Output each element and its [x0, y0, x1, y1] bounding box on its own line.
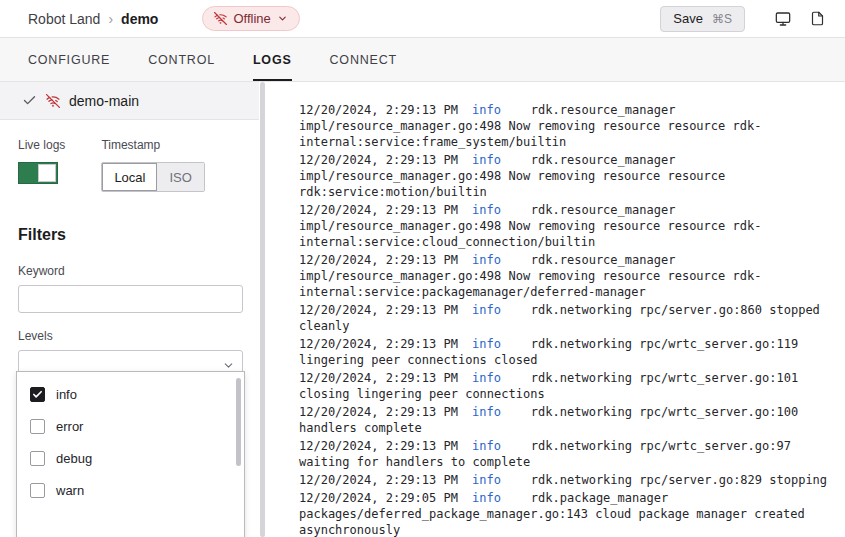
level-option-warn[interactable]: warn [17, 474, 244, 506]
tab-bar: CONFIGURECONTROLLOGSCONNECT [0, 38, 845, 82]
keyword-field: Keyword [18, 264, 243, 313]
log-controls: Live logs Timestamp Local ISO [18, 138, 243, 192]
log-level: info [472, 203, 501, 217]
wifi-off-icon [46, 94, 60, 108]
log-entry: 12/20/2024, 2:29:13 PMinfordk.networking… [299, 336, 841, 368]
log-entry: 12/20/2024, 2:29:13 PMinfordk.resource_m… [299, 102, 841, 150]
status-label: Offline [233, 11, 270, 26]
live-logs-toggle[interactable] [18, 162, 58, 184]
content-area: demo-main Live logs Timestamp Local I [0, 82, 845, 537]
log-entry: 12/20/2024, 2:29:13 PMinfordk.networking… [299, 404, 841, 436]
save-button[interactable]: Save ⌘S [660, 6, 745, 32]
wifi-off-icon [214, 12, 227, 25]
monitor-button[interactable] [769, 6, 797, 32]
save-shortcut: ⌘S [712, 12, 732, 26]
log-timestamp: 12/20/2024, 2:29:13 PM [299, 253, 458, 267]
file-icon [810, 11, 825, 26]
log-entry: 12/20/2024, 2:29:05 PMinfordk.package_ma… [299, 490, 841, 537]
log-entry: 12/20/2024, 2:29:13 PMinfordk.networking… [299, 472, 841, 488]
chevron-down-icon [277, 13, 288, 24]
log-timestamp: 12/20/2024, 2:29:13 PM [299, 473, 458, 487]
log-timestamp: 12/20/2024, 2:29:13 PM [299, 103, 458, 117]
log-level: info [472, 473, 501, 487]
timestamp-local-button[interactable]: Local [102, 163, 157, 191]
log-timestamp: 12/20/2024, 2:29:13 PM [299, 203, 458, 217]
level-option-error[interactable]: error [17, 410, 244, 442]
keyword-input[interactable] [18, 285, 243, 313]
top-bar: Robot Land › demo Offline Save ⌘S [0, 0, 845, 38]
log-timestamp: 12/20/2024, 2:29:13 PM [299, 153, 458, 167]
timestamp-segmented-control: Local ISO [101, 162, 204, 192]
part-name: demo-main [69, 93, 139, 109]
checkbox-icon [30, 483, 45, 498]
log-entry: 12/20/2024, 2:29:13 PMinfordk.resource_m… [299, 202, 841, 250]
save-label: Save [673, 11, 703, 26]
machine-page: Robot Land › demo Offline Save ⌘S [0, 0, 845, 537]
timestamp-control: Timestamp Local ISO [101, 138, 204, 192]
level-options-list: infoerrordebugwarn [17, 378, 244, 506]
log-level: info [472, 253, 501, 267]
tab-configure[interactable]: CONFIGURE [28, 38, 110, 81]
timestamp-iso-button[interactable]: ISO [157, 163, 203, 191]
log-timestamp: 12/20/2024, 2:29:13 PM [299, 439, 458, 453]
log-panel[interactable]: 12/20/2024, 2:29:13 PMinfordk.resource_m… [265, 82, 845, 537]
tab-logs[interactable]: LOGS [253, 38, 292, 81]
breadcrumb: Robot Land › demo [28, 11, 158, 27]
tab-control[interactable]: CONTROL [148, 38, 215, 81]
level-option-label: warn [56, 483, 84, 498]
levels-label: Levels [18, 329, 243, 343]
log-entry: 12/20/2024, 2:29:13 PMinfordk.resource_m… [299, 152, 841, 200]
log-entry: 12/20/2024, 2:29:13 PMinfordk.networking… [299, 438, 841, 470]
log-timestamp: 12/20/2024, 2:29:13 PM [299, 303, 458, 317]
level-option-label: debug [56, 451, 92, 466]
levels-dropdown: infoerrordebugwarn [16, 371, 245, 537]
log-level: info [472, 337, 501, 351]
breadcrumb-org[interactable]: Robot Land [28, 11, 100, 27]
part-selector[interactable]: demo-main [0, 82, 259, 120]
sidebar: demo-main Live logs Timestamp Local I [0, 82, 259, 537]
log-timestamp: 12/20/2024, 2:29:13 PM [299, 337, 458, 351]
breadcrumb-separator: › [108, 11, 113, 27]
log-level: info [472, 439, 501, 453]
live-logs-label: Live logs [18, 138, 65, 152]
log-level: info [472, 371, 501, 385]
check-icon [22, 93, 37, 108]
log-entry: 12/20/2024, 2:29:13 PMinfordk.networking… [299, 302, 841, 334]
toggle-knob [38, 164, 56, 182]
checkbox-icon [30, 387, 45, 402]
log-timestamp: 12/20/2024, 2:29:05 PM [299, 491, 458, 505]
status-badge[interactable]: Offline [202, 6, 299, 31]
log-level: info [472, 405, 501, 419]
keyword-label: Keyword [18, 264, 243, 278]
breadcrumb-machine: demo [121, 11, 158, 27]
filters-title: Filters [18, 226, 243, 244]
log-timestamp: 12/20/2024, 2:29:13 PM [299, 371, 458, 385]
log-message: rdk.networking rpc/server.go:829 stoppin… [531, 473, 827, 487]
checkbox-icon [30, 451, 45, 466]
log-level: info [472, 153, 501, 167]
live-logs-control: Live logs [18, 138, 65, 192]
log-level: info [472, 303, 501, 317]
document-button[interactable] [803, 6, 831, 32]
log-level: info [472, 491, 501, 505]
monitor-icon [775, 11, 791, 27]
checkbox-icon [30, 419, 45, 434]
log-level: info [472, 103, 501, 117]
tab-connect[interactable]: CONNECT [330, 38, 397, 81]
level-option-label: error [56, 419, 83, 434]
dropdown-scrollbar[interactable] [236, 378, 241, 466]
level-option-info[interactable]: info [17, 378, 244, 410]
log-timestamp: 12/20/2024, 2:29:13 PM [299, 405, 458, 419]
log-entry: 12/20/2024, 2:29:13 PMinfordk.networking… [299, 370, 841, 402]
level-option-debug[interactable]: debug [17, 442, 244, 474]
timestamp-label: Timestamp [101, 138, 204, 152]
level-option-label: info [56, 387, 77, 402]
log-entry: 12/20/2024, 2:29:13 PMinfordk.resource_m… [299, 252, 841, 300]
